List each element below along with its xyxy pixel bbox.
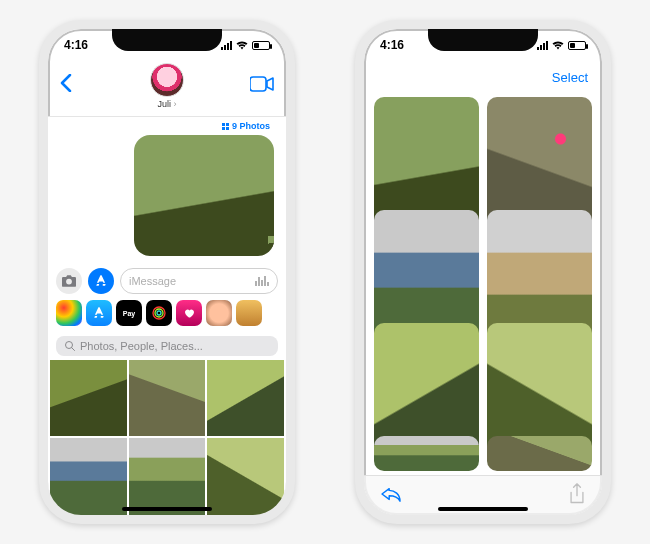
photo-thumb[interactable] — [50, 360, 127, 437]
message-body: 9 Photos iMessage Pay — [48, 117, 286, 515]
photo-count-link[interactable]: 9 Photos — [48, 117, 286, 135]
wifi-icon — [552, 40, 564, 50]
reply-button[interactable] — [380, 485, 402, 507]
search-icon — [64, 340, 76, 352]
messages-screen: 4:16 Juli 9 Photos — [39, 20, 295, 524]
photo-picker-grid — [48, 360, 286, 515]
sent-photo[interactable] — [134, 135, 274, 256]
photo-thumb[interactable] — [129, 438, 206, 515]
shared-photo[interactable] — [374, 436, 479, 471]
svg-line-5 — [72, 347, 75, 350]
memoji-app-icon[interactable] — [206, 300, 232, 326]
contact-avatar — [150, 63, 184, 97]
message-input[interactable]: iMessage — [120, 268, 278, 294]
battery-icon — [252, 41, 270, 50]
grid-header: Select — [364, 61, 602, 93]
svg-rect-0 — [250, 77, 266, 91]
photo-grid-screen: 4:16 Select — [355, 20, 611, 524]
battery-icon — [568, 41, 586, 50]
photo-search-placeholder: Photos, People, Places... — [80, 340, 203, 352]
conversation-header: Juli — [48, 61, 286, 117]
status-time: 4:16 — [380, 38, 404, 52]
facetime-button[interactable] — [250, 76, 274, 96]
photo-thumb[interactable] — [207, 438, 284, 515]
share-button[interactable] — [568, 483, 586, 509]
select-button[interactable]: Select — [552, 70, 588, 85]
camera-button[interactable] — [56, 268, 82, 294]
grid-icon — [222, 123, 229, 130]
music-app-icon[interactable] — [176, 300, 202, 326]
message-placeholder: iMessage — [129, 275, 176, 287]
audio-message-icon[interactable] — [255, 276, 269, 286]
contact-name: Juli — [157, 99, 176, 109]
fitness-app-icon[interactable] — [146, 300, 172, 326]
photo-search[interactable]: Photos, People, Places... — [56, 336, 278, 356]
app-store-button[interactable] — [88, 268, 114, 294]
appstore-app-icon[interactable] — [86, 300, 112, 326]
wifi-icon — [236, 40, 248, 50]
home-indicator[interactable] — [122, 507, 212, 511]
cellular-icon — [537, 41, 548, 50]
notch — [112, 29, 222, 51]
svg-point-2 — [155, 309, 163, 317]
memoji-sticker-icon[interactable] — [236, 300, 262, 326]
svg-point-3 — [157, 311, 161, 315]
photo-thumb[interactable] — [50, 438, 127, 515]
photo-count-label: 9 Photos — [232, 121, 270, 131]
shared-photo[interactable] — [487, 436, 592, 471]
home-indicator[interactable] — [438, 507, 528, 511]
shared-photos-grid[interactable] — [364, 93, 602, 475]
cellular-icon — [221, 41, 232, 50]
photos-app-icon[interactable] — [56, 300, 82, 326]
back-button[interactable] — [60, 74, 72, 97]
photo-thumb[interactable] — [129, 360, 206, 437]
photo-thumb[interactable] — [207, 360, 284, 437]
apple-pay-app-icon[interactable]: Pay — [116, 300, 142, 326]
message-input-row: iMessage — [48, 264, 286, 298]
app-drawer: Pay — [48, 298, 286, 332]
notch — [428, 29, 538, 51]
status-time: 4:16 — [64, 38, 88, 52]
contact-header[interactable]: Juli — [150, 63, 184, 109]
